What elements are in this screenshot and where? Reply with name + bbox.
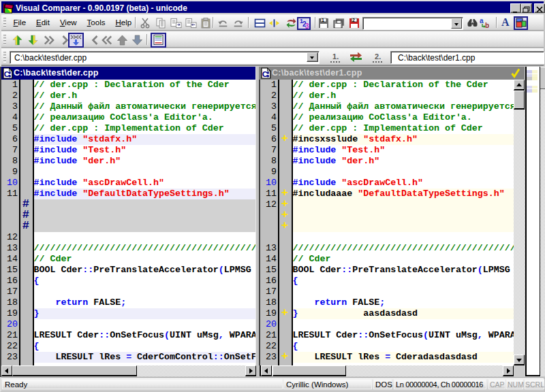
svg-text:1: 1 [322, 18, 324, 22]
svg-text:2: 2 [352, 18, 355, 22]
svg-text:a: a [480, 18, 484, 24]
svg-text:C: C [4, 70, 10, 78]
svg-text:C: C [262, 70, 268, 78]
svg-text:b: b [485, 22, 489, 29]
